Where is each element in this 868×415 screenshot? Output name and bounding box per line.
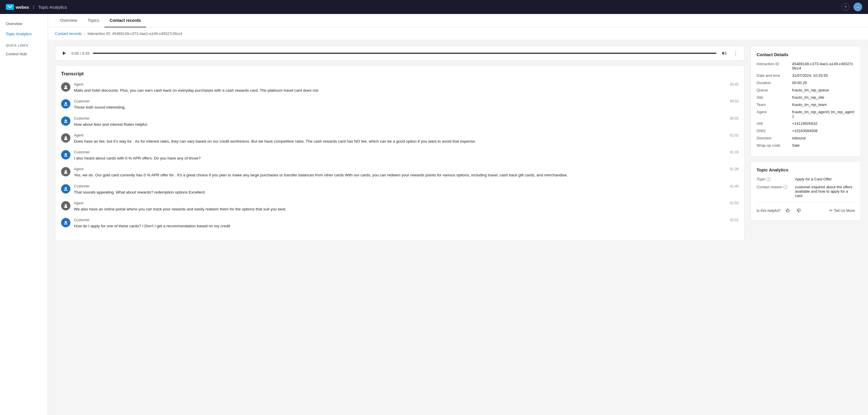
breadcrumb: Contact records › Interaction ID: 454891… (48, 27, 868, 40)
message-text: How do I apply for one of these cards? I… (74, 223, 739, 229)
message-header: Agent 01:02 (74, 133, 739, 137)
sidebar-item-control-hub[interactable]: Control Hub (0, 49, 48, 59)
transcript-message: Customer 01:40 That sounds appealing. Wh… (61, 184, 739, 195)
audio-time-display: 0:00 / 0:28 (71, 51, 89, 56)
message-role: Customer (74, 116, 90, 120)
transcript-messages: Agent 00:45 Mails and hotel discounts. P… (61, 82, 739, 229)
message-text: Mails and hotel discounts. Plus, you can… (74, 88, 739, 93)
sidebar-item-overview[interactable]: Overview (0, 19, 48, 29)
contact-detail-row: ANI +14119505632 (756, 121, 855, 126)
message-role: Customer (74, 150, 90, 154)
message-avatar (61, 133, 70, 143)
svg-point-8 (65, 204, 67, 206)
transcript-message: Customer 02:01 How do I apply for one of… (61, 218, 739, 229)
contact-detail-value: +14119505632 (792, 121, 855, 126)
contact-details-card: Contact Details Interaction ID 45489149-… (750, 46, 861, 156)
contact-reason-label: Contact reason i (756, 185, 792, 189)
message-avatar (61, 184, 70, 194)
contact-reason-info-icon[interactable]: i (783, 185, 787, 189)
app-name: webex (16, 5, 29, 9)
contact-detail-value: fcauto_tm_rep_queue (792, 88, 855, 92)
transcript-title: Transcript (61, 71, 739, 77)
transcript-panel: Transcript Agent 00:45 Mails and hotel d… (55, 65, 745, 241)
contact-detail-label: ANI (756, 121, 788, 126)
contact-reason-row: Contact reason i customer inquired about… (756, 185, 855, 198)
message-header: Customer 01:40 (74, 184, 739, 188)
transcript-message: Customer 00:55 How about fees and intere… (61, 116, 739, 127)
message-avatar (61, 167, 70, 176)
sidebar: Overview Topic Analytics QUICK LINKS Con… (0, 14, 48, 415)
top-nav-title: Topic Analytics (38, 5, 67, 9)
message-avatar (61, 218, 70, 227)
svg-point-6 (65, 170, 67, 172)
topic-value: Apply for a Card Offer (795, 177, 855, 181)
contact-details-fields: Interaction ID 45489149-c373-4ae1-a149-c… (756, 62, 855, 148)
message-role: Agent (74, 133, 84, 137)
transcript-message: Agent 01:02 Does have an fee, but it's w… (61, 133, 739, 144)
message-header: Customer 00:52 (74, 99, 739, 103)
message-time: 01:28 (730, 167, 739, 171)
tab-topics[interactable]: Topics (82, 14, 104, 27)
message-text: Yes, we do. Our gold card currently has … (74, 172, 739, 178)
message-body: Customer 02:01 How do I apply for one of… (74, 218, 739, 229)
top-nav: webex | Topic Analytics ? – (0, 0, 868, 14)
message-body: Agent 01:28 Yes, we do. Our gold card cu… (74, 167, 739, 178)
message-header: Customer 01:19 (74, 150, 739, 154)
sidebar-item-topic-analytics[interactable]: Topic Analytics (0, 29, 48, 39)
tabs-bar: Overview Topics Contact records (48, 14, 868, 27)
contact-detail-label: Team (756, 102, 788, 107)
thumbs-down-button[interactable] (795, 206, 803, 214)
topic-analytics-title: Topic Analytics (756, 167, 855, 172)
message-body: Agent 00:45 Mails and hotel discounts. P… (74, 82, 739, 93)
message-avatar (61, 150, 70, 159)
contact-detail-label: Agent (756, 110, 788, 114)
topic-row: Topic i Apply for a Card Offer (756, 177, 855, 181)
message-time: 01:53 (730, 201, 739, 205)
contact-detail-label: Direction (756, 136, 788, 140)
tell-us-more-link[interactable]: ✏ Tell Us More (829, 208, 855, 213)
webex-logo-icon (6, 4, 14, 10)
help-button[interactable]: ? (842, 3, 849, 11)
right-panel: Contact Details Interaction ID 45489149-… (750, 46, 861, 241)
tab-overview[interactable]: Overview (55, 14, 82, 27)
avatar-initials: – (857, 5, 859, 9)
message-role: Customer (74, 218, 90, 222)
contact-detail-row: Agent fcauto_tm_rep_agent1 tm_rep_agent1 (756, 110, 855, 118)
volume-button[interactable] (720, 49, 728, 57)
contact-detail-row: Wrap-up code Sale (756, 143, 855, 148)
message-time: 00:55 (730, 116, 739, 120)
quick-links-label: QUICK LINKS (0, 39, 48, 49)
contact-detail-value: 45489149-c373-4ae1-a149-c49327c5fcc4 (792, 62, 855, 70)
audio-player: 0:00 / 0:28 ⋮ (55, 46, 745, 61)
contact-detail-value: Sale (792, 143, 855, 148)
transcript-message: Agent 00:45 Mails and hotel discounts. P… (61, 82, 739, 93)
breadcrumb-link[interactable]: Contact records (55, 31, 82, 36)
message-body: Customer 00:55 How about fees and intere… (74, 116, 739, 127)
message-header: Customer 00:55 (74, 116, 739, 120)
message-avatar (61, 116, 70, 126)
contact-detail-value: 00:00:29 (792, 81, 855, 85)
svg-marker-0 (63, 52, 66, 55)
contact-detail-value: +15163584508 (792, 129, 855, 133)
svg-point-2 (65, 102, 67, 105)
left-panel: 0:00 / 0:28 ⋮ Transcript (55, 46, 745, 241)
message-time: 00:45 (730, 82, 739, 86)
topic-info-icon[interactable]: i (767, 177, 771, 181)
audio-progress-bar[interactable] (93, 53, 716, 54)
user-avatar[interactable]: – (854, 3, 862, 11)
thumbs-up-button[interactable] (784, 206, 792, 214)
contact-detail-row: Direction inbound (756, 136, 855, 140)
contact-detail-value: fcauto_tm_rep_site (792, 95, 855, 99)
feedback-label: Is this helpful? (756, 208, 781, 213)
more-options-button[interactable]: ⋮ (732, 49, 740, 57)
main-content: Overview Topics Contact records Contact … (48, 14, 868, 415)
breadcrumb-current: Interaction ID: 45489149-c373-4ae1-a149-… (88, 31, 182, 36)
message-body: Agent 01:53 We also have an online porta… (74, 201, 739, 212)
tab-contact-records[interactable]: Contact records (104, 14, 146, 27)
message-body: Agent 01:02 Does have an fee, but it's w… (74, 133, 739, 144)
play-button[interactable] (60, 49, 68, 57)
contact-detail-row: Team fcauto_tm_rep_team (756, 102, 855, 107)
message-header: Agent 00:45 (74, 82, 739, 86)
message-time: 01:02 (730, 133, 739, 137)
message-header: Customer 02:01 (74, 218, 739, 222)
